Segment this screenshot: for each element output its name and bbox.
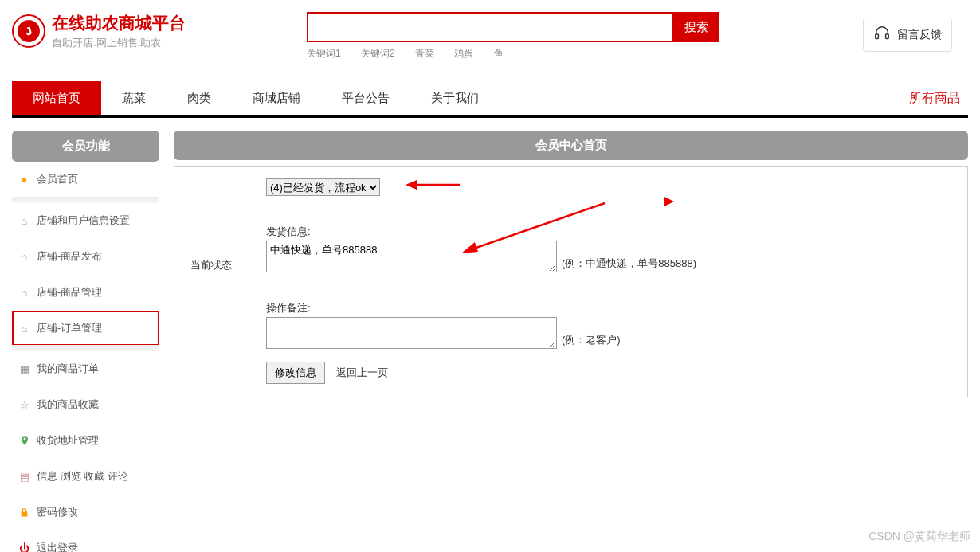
- watermark: CSDN @黄菊华老师: [868, 530, 970, 544]
- svg-marker-4: [664, 197, 674, 206]
- logo-area: J 在线助农商城平台 自助开店.网上销售.助农: [12, 12, 307, 50]
- sidebar-item-favorites[interactable]: ☆ 我的商品收藏: [12, 387, 159, 423]
- ship-label: 发货信息:: [266, 225, 967, 239]
- logo-icon: J: [12, 14, 45, 48]
- sidebar-item-label: 会员首页: [37, 172, 78, 186]
- sidebar-item-member-home[interactable]: ● 会员首页: [12, 162, 159, 198]
- svg-marker-3: [406, 180, 417, 190]
- svg-rect-1: [886, 34, 889, 38]
- svg-rect-0: [876, 34, 879, 38]
- status-label: 当前状态: [174, 178, 266, 357]
- sidebar-item-label: 店铺-商品发布: [37, 249, 102, 264]
- keyword-link[interactable]: 鸡蛋: [454, 48, 473, 59]
- nav-item-vegetable[interactable]: 蔬菜: [101, 81, 167, 115]
- doc-icon: ▤: [18, 471, 30, 483]
- sidebar-item-label: 信息 浏览 收藏 评论: [37, 469, 128, 483]
- house-icon: ⌂: [18, 323, 30, 335]
- note-hint: (例：老客户): [562, 333, 621, 349]
- lock-icon: [18, 507, 30, 519]
- back-link[interactable]: 返回上一页: [336, 366, 388, 378]
- sidebar-item-label: 我的商品订单: [37, 362, 99, 376]
- annotation-arrow-icon: [406, 177, 461, 195]
- sidebar-item-publish[interactable]: ⌂ 店铺-商品发布: [12, 239, 159, 275]
- sidebar-item-password[interactable]: 密码修改: [12, 495, 159, 530]
- sidebar-item-label: 店铺-订单管理: [37, 321, 102, 335]
- sidebar-item-shop-user[interactable]: ⌂ 店铺和用户信息设置: [12, 203, 159, 239]
- sidebar-item-label: 店铺和用户信息设置: [37, 213, 130, 228]
- power-icon: ⏻: [18, 542, 30, 553]
- annotation-arrow-icon: [664, 196, 674, 209]
- keyword-link[interactable]: 关键词1: [307, 48, 341, 59]
- home-icon: ●: [18, 174, 30, 186]
- nav-item-shops[interactable]: 商城店铺: [232, 81, 321, 115]
- search-button[interactable]: 搜索: [673, 12, 719, 42]
- keyword-link[interactable]: 青菜: [415, 48, 434, 59]
- header: J 在线助农商城平台 自助开店.网上销售.助农 搜索 关键词1 关键词2 青菜 …: [12, 0, 968, 67]
- sidebar-item-logout[interactable]: ⏻ 退出登录: [12, 530, 159, 552]
- sidebar-item-label: 密码修改: [37, 505, 78, 519]
- sidebar: 会员功能 ● 会员首页 ⌂ 店铺和用户信息设置 ⌂ 店铺-商品发布 ⌂ 店铺-商…: [12, 131, 159, 552]
- keyword-link[interactable]: 关键词2: [361, 48, 395, 59]
- sidebar-item-label: 店铺-商品管理: [37, 285, 102, 299]
- keyword-link[interactable]: 鱼: [494, 48, 504, 59]
- sidebar-item-goods-manage[interactable]: ⌂ 店铺-商品管理: [12, 275, 159, 311]
- note-textarea[interactable]: [266, 317, 557, 349]
- main-panel: 会员中心首页 当前状态 (4)已经发货，流程ok: [174, 131, 968, 552]
- nav-all-goods[interactable]: 所有商品: [909, 90, 968, 107]
- brand-title: 在线助农商城平台: [52, 12, 186, 34]
- feedback-label: 留言反馈: [897, 28, 942, 42]
- brand-subtitle: 自助开店.网上销售.助农: [52, 36, 186, 50]
- ship-hint: (例：中通快递，单号885888): [562, 256, 696, 272]
- house-icon: ⌂: [18, 251, 30, 263]
- nav-item-home[interactable]: 网站首页: [12, 81, 101, 115]
- grid-icon: ▦: [18, 363, 30, 375]
- nav-item-notice[interactable]: 平台公告: [321, 81, 410, 115]
- feedback-button[interactable]: 留言反馈: [863, 18, 952, 52]
- panel-title: 会员中心首页: [174, 131, 968, 160]
- status-select[interactable]: (4)已经发货，流程ok: [266, 178, 380, 196]
- search-input[interactable]: [307, 12, 673, 42]
- headset-icon: [873, 25, 891, 45]
- nav-item-about[interactable]: 关于我们: [410, 81, 500, 115]
- sidebar-item-label: 我的商品收藏: [37, 397, 99, 412]
- main-nav: 网站首页 蔬菜 肉类 商城店铺 平台公告 关于我们 所有商品: [12, 81, 968, 115]
- sidebar-item-label: 收货地址管理: [37, 433, 99, 448]
- house-icon: ⌂: [18, 287, 30, 299]
- sidebar-item-my-orders[interactable]: ▦ 我的商品订单: [12, 351, 159, 387]
- ship-textarea[interactable]: [266, 241, 557, 272]
- house-icon: ⌂: [18, 215, 30, 227]
- submit-button[interactable]: 修改信息: [266, 362, 325, 384]
- note-label: 操作备注:: [266, 301, 967, 315]
- sidebar-head: 会员功能: [12, 131, 159, 162]
- sidebar-item-info[interactable]: ▤ 信息 浏览 收藏 评论: [12, 459, 159, 495]
- sidebar-item-label: 退出登录: [37, 541, 78, 552]
- sidebar-item-address[interactable]: 收货地址管理: [12, 423, 159, 459]
- nav-item-meat[interactable]: 肉类: [167, 81, 232, 115]
- pin-icon: [18, 435, 30, 447]
- star-icon: ☆: [18, 399, 30, 411]
- sidebar-item-order-manage[interactable]: ⌂ 店铺-订单管理: [12, 311, 159, 346]
